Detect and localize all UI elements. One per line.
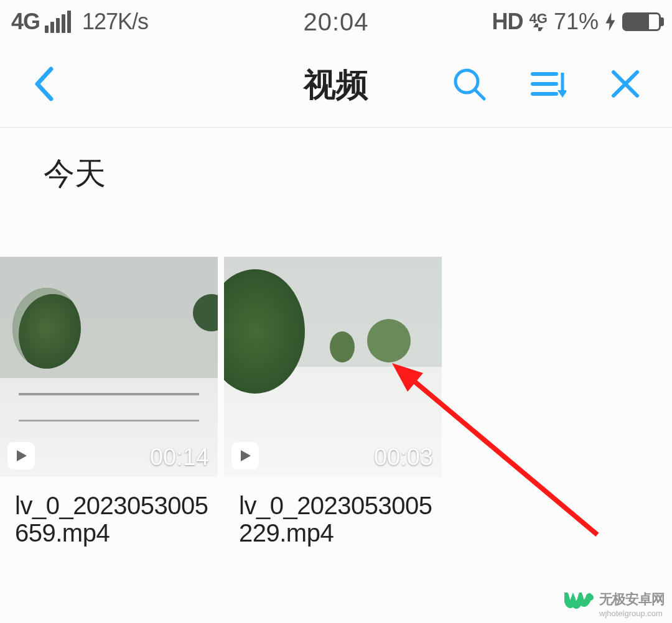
network-type: 4G (11, 9, 40, 35)
battery-icon (622, 12, 661, 31)
video-duration: 00:03 (374, 444, 433, 471)
app-header: 视频 (0, 44, 672, 128)
watermark-logo-icon (564, 593, 594, 616)
status-left: 4G 127K/s (11, 9, 148, 35)
video-filename: lv_0_2023053005229.mp4 (224, 477, 442, 547)
signal-icon (45, 11, 71, 33)
video-item[interactable]: 00:03 lv_0_2023053005229.mp4 (224, 257, 442, 547)
status-right: HD 4G 71% (492, 9, 661, 35)
battery-percent: 71% (554, 9, 599, 35)
svg-line-1 (475, 90, 484, 99)
hd-indicator: HD (492, 9, 523, 35)
svg-point-10 (587, 594, 594, 601)
video-thumbnail[interactable]: 00:14 (0, 257, 218, 477)
play-icon (231, 442, 259, 469)
data-indicator: 4G (530, 12, 548, 31)
charging-icon (605, 12, 616, 31)
header-actions (452, 67, 641, 104)
sort-button[interactable] (530, 67, 566, 104)
search-button[interactable] (452, 67, 487, 104)
video-item[interactable]: 00:14 lv_0_2023053005659.mp4 (0, 257, 218, 547)
status-bar: 4G 127K/s 20:04 HD 4G 71% (0, 0, 672, 44)
watermark-title: 无极安卓网 (599, 590, 665, 609)
back-button[interactable] (31, 65, 56, 105)
video-filename: lv_0_2023053005659.mp4 (0, 477, 218, 547)
play-icon (7, 442, 35, 469)
watermark-url: wjhotelgroup.com (599, 609, 665, 618)
video-thumbnail[interactable]: 00:03 (224, 257, 442, 477)
close-button[interactable] (610, 68, 641, 102)
video-duration: 00:14 (150, 444, 209, 471)
network-speed: 127K/s (82, 9, 148, 35)
watermark: 无极安卓网 wjhotelgroup.com (564, 590, 665, 618)
page-title: 视频 (304, 63, 368, 107)
clock-time: 20:04 (303, 8, 368, 36)
video-grid: 00:14 lv_0_2023053005659.mp4 00:03 lv_0_… (0, 257, 672, 547)
section-today-label: 今天 (0, 128, 672, 195)
